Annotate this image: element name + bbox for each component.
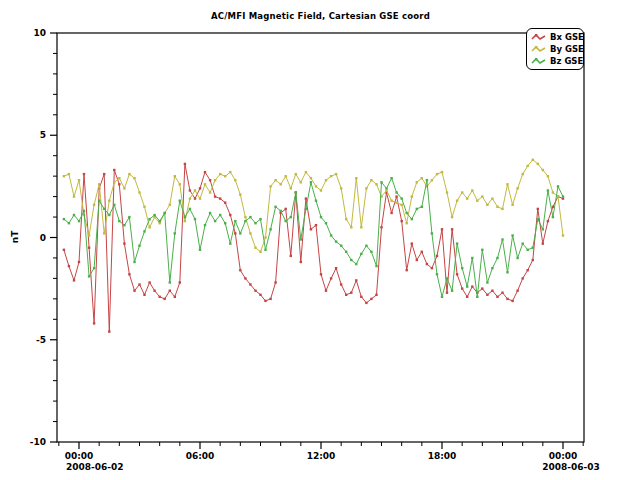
data-point-marker bbox=[532, 259, 534, 261]
data-point-marker bbox=[159, 296, 161, 298]
data-point-marker bbox=[481, 249, 483, 251]
data-point-marker bbox=[310, 228, 312, 230]
data-point-marker bbox=[411, 195, 413, 197]
data-point-marker bbox=[436, 173, 438, 175]
data-point-marker bbox=[385, 189, 387, 191]
data-point-marker bbox=[370, 298, 372, 300]
data-point-marker bbox=[466, 285, 468, 287]
data-point-marker bbox=[113, 181, 115, 183]
data-point-marker bbox=[88, 234, 90, 236]
chart-window: AC/MFI Magnetic Field, Cartesian GSE coo… bbox=[0, 0, 640, 480]
data-point-marker bbox=[63, 218, 65, 220]
legend-swatch-icon bbox=[531, 33, 547, 42]
data-point-marker bbox=[461, 287, 463, 289]
data-point-marker bbox=[305, 208, 307, 210]
data-point-marker bbox=[224, 222, 226, 224]
data-point-marker bbox=[511, 204, 513, 206]
data-point-marker bbox=[148, 218, 150, 220]
data-point-marker bbox=[274, 179, 276, 181]
data-point-marker bbox=[300, 238, 302, 240]
data-point-marker bbox=[431, 179, 433, 181]
data-point-marker bbox=[285, 175, 287, 177]
data-point-marker bbox=[174, 296, 176, 298]
data-point-marker bbox=[133, 177, 135, 179]
data-point-marker bbox=[330, 277, 332, 279]
legend-label: Bz GSE bbox=[550, 56, 583, 66]
data-point-marker bbox=[239, 269, 241, 271]
data-point-marker bbox=[446, 292, 448, 294]
legend-item-by-gse: By GSE bbox=[531, 43, 580, 55]
data-point-marker bbox=[380, 226, 382, 228]
data-point-marker bbox=[335, 267, 337, 269]
data-point-marker bbox=[229, 242, 231, 244]
data-point-marker bbox=[118, 183, 120, 185]
data-point-marker bbox=[194, 189, 196, 191]
x-tick-label: 00:00 bbox=[65, 451, 94, 461]
legend-item-bz-gse: Bz GSE bbox=[531, 55, 580, 67]
x-tick-label: 00:00 bbox=[549, 451, 578, 461]
data-point-marker bbox=[174, 175, 176, 177]
data-point-marker bbox=[128, 173, 130, 175]
data-point-marker bbox=[446, 277, 448, 279]
data-point-marker bbox=[486, 281, 488, 283]
data-point-marker bbox=[461, 267, 463, 269]
data-point-marker bbox=[330, 175, 332, 177]
data-point-marker bbox=[557, 195, 559, 197]
data-point-marker bbox=[103, 208, 105, 210]
data-point-marker bbox=[421, 177, 423, 179]
legend-swatch-icon bbox=[531, 57, 547, 66]
data-point-marker bbox=[73, 195, 75, 197]
data-point-marker bbox=[189, 189, 191, 191]
data-point-marker bbox=[164, 212, 166, 214]
data-point-marker bbox=[249, 232, 251, 234]
data-point-marker bbox=[133, 261, 135, 263]
data-point-marker bbox=[456, 242, 458, 244]
data-point-marker bbox=[506, 271, 508, 273]
data-point-marker bbox=[184, 216, 186, 218]
data-point-marker bbox=[264, 236, 266, 238]
data-point-marker bbox=[254, 290, 256, 292]
data-point-marker bbox=[441, 228, 443, 230]
data-point-marker bbox=[264, 300, 266, 302]
data-point-marker bbox=[552, 216, 554, 218]
data-point-marker bbox=[350, 226, 352, 228]
data-point-marker bbox=[365, 245, 367, 247]
data-point-marker bbox=[491, 267, 493, 269]
data-point-marker bbox=[320, 216, 322, 218]
data-point-marker bbox=[224, 202, 226, 204]
y-tick-label: 10 bbox=[33, 28, 46, 38]
data-point-marker bbox=[320, 273, 322, 275]
data-point-marker bbox=[73, 214, 75, 216]
data-point-marker bbox=[88, 247, 90, 249]
data-point-marker bbox=[123, 224, 125, 226]
data-point-marker bbox=[401, 197, 403, 199]
data-point-marker bbox=[219, 173, 221, 175]
data-point-marker bbox=[143, 294, 145, 296]
x-axis-start-date: 2008-06-02 bbox=[66, 462, 124, 472]
plot-border bbox=[57, 33, 584, 442]
data-point-marker bbox=[269, 298, 271, 300]
data-point-marker bbox=[426, 263, 428, 265]
series-line bbox=[64, 178, 563, 297]
data-point-marker bbox=[159, 222, 161, 224]
data-point-marker bbox=[491, 290, 493, 292]
data-point-marker bbox=[380, 181, 382, 183]
data-point-marker bbox=[239, 232, 241, 234]
data-point-marker bbox=[365, 187, 367, 189]
legend-item-bx-gse: Bx GSE bbox=[531, 31, 580, 43]
data-point-marker bbox=[461, 191, 463, 193]
data-point-marker bbox=[325, 290, 327, 292]
data-point-marker bbox=[411, 218, 413, 220]
data-point-marker bbox=[88, 275, 90, 277]
series-bz-gse bbox=[63, 177, 565, 298]
data-point-marker bbox=[436, 273, 438, 275]
data-point-marker bbox=[108, 330, 110, 332]
data-point-marker bbox=[229, 171, 231, 173]
data-point-marker bbox=[148, 281, 150, 283]
data-point-marker bbox=[562, 195, 564, 197]
data-point-marker bbox=[532, 247, 534, 249]
data-point-marker bbox=[471, 189, 473, 191]
data-point-marker bbox=[496, 296, 498, 298]
data-point-marker bbox=[522, 277, 524, 279]
data-point-marker bbox=[446, 191, 448, 193]
